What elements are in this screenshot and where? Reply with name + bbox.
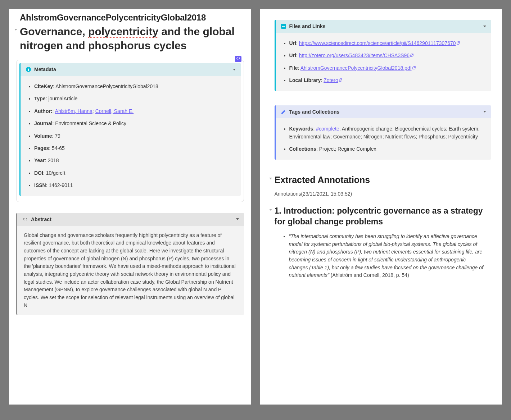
chevron-down-icon (233, 69, 236, 70)
tags-collections: Collections: Project; Regime Complex (289, 145, 484, 153)
metadata-header[interactable]: Metadata (21, 63, 241, 76)
meta-type: Type: journalArticle (34, 95, 234, 102)
meta-author: Author:: Ahlström, Hanna; Cornell, Sarah… (34, 107, 234, 115)
annotations-timestamp: Annotations(23/11/2021, 15:03:52) (275, 191, 492, 197)
pencil-icon (281, 109, 286, 115)
abstract-title: Abstract (31, 216, 233, 222)
minus-square-icon (281, 23, 286, 29)
files-body: Url: https://www.sciencedirect.com/scien… (276, 33, 492, 91)
meta-pages: Pages: 54-65 (34, 144, 234, 152)
extracted-heading: Extracted Annotations (275, 174, 492, 186)
files-callout: Files and Links Url: https://www.science… (275, 20, 492, 91)
svg-rect-4 (282, 26, 285, 27)
fold-caret-icon[interactable] (14, 29, 17, 31)
tag-link-complete[interactable]: #complete (316, 126, 339, 132)
page-right: Files and Links Url: https://www.science… (260, 9, 502, 405)
meta-citekey: CiteKey: AhlstromGovernancePolycentricit… (34, 82, 234, 90)
chevron-down-icon (483, 111, 486, 113)
external-link-icon (410, 54, 413, 57)
files-local: Local Library: Zotero (289, 76, 484, 84)
page-left: AhlstromGovernancePolycentricityGlobal20… (9, 9, 251, 405)
author-link-2[interactable]: Cornell, Sarah E. (95, 108, 134, 114)
chevron-down-icon (236, 218, 239, 220)
tags-body: Keywords: #complete; Anthropogenic chang… (276, 118, 492, 160)
files-file: File: AhlstromGovernancePolycentricityGl… (289, 64, 484, 72)
annotation-quote-list: "The international community has been st… (275, 233, 492, 279)
meta-issn: ISSN: 1462-9011 (34, 181, 234, 189)
files-uri: Uri: http://zotero.org/users/5483423/ite… (289, 51, 484, 59)
citekey-heading: AhlstromGovernancePolycentricityGlobal20… (20, 13, 251, 23)
zotero-link[interactable]: Zotero (324, 77, 342, 83)
files-url: Url: https://www.sciencedirect.com/scien… (289, 39, 484, 47)
metadata-block: Metadata CiteKey: AhlstromGovernancePoly… (16, 60, 244, 202)
author-link-1[interactable]: Ahlström, Hanna (55, 108, 92, 114)
quote-icon (22, 216, 28, 222)
annotation-quote: "The international community has been st… (289, 233, 484, 279)
metadata-callout: Metadata CiteKey: AhlstromGovernancePoly… (19, 63, 241, 196)
paper-title: Governance, polycentricity and the globa… (20, 24, 240, 52)
meta-volume: Volume: 79 (34, 132, 234, 140)
tags-callout: Tags and Collections Keywords: #complete… (275, 105, 492, 160)
meta-doi: DOI: 10/gcrcft (34, 169, 234, 177)
meta-journal: Journal: Environmental Science & Policy (34, 119, 234, 127)
svg-point-2 (28, 68, 29, 68)
fold-caret-icon[interactable] (269, 178, 272, 179)
meta-year: Year: 2018 (34, 156, 234, 164)
metadata-title: Metadata (34, 67, 230, 72)
tags-keywords: Keywords: #complete; Anthropogenic chang… (289, 125, 484, 141)
files-header[interactable]: Files and Links (276, 20, 492, 33)
url-link[interactable]: https://www.sciencedirect.com/science/ar… (299, 40, 460, 46)
uri-link[interactable]: http://zotero.org/users/5483423/items/CH… (299, 52, 413, 58)
tags-title: Tags and Collections (289, 109, 481, 115)
abstract-body: Global change and governance scholars fr… (17, 226, 244, 315)
fold-caret-icon[interactable] (269, 209, 272, 211)
svg-rect-1 (28, 69, 29, 71)
external-link-icon (457, 41, 460, 45)
info-icon (26, 67, 31, 72)
chevron-down-icon (483, 26, 486, 27)
code-block-indicator-icon[interactable] (235, 56, 241, 62)
intro-heading: 1. Introduction: polycentric governance … (275, 206, 492, 227)
files-title: Files and Links (289, 23, 481, 29)
abstract-callout: Abstract Global change and governance sc… (16, 213, 244, 315)
metadata-body: CiteKey: AhlstromGovernancePolycentricit… (21, 76, 241, 196)
external-link-icon (412, 66, 416, 69)
file-link[interactable]: AhlstromGovernancePolycentricityGlobal20… (300, 65, 416, 71)
external-link-icon (339, 78, 342, 82)
abstract-header[interactable]: Abstract (17, 213, 244, 226)
tags-header[interactable]: Tags and Collections (276, 105, 492, 118)
